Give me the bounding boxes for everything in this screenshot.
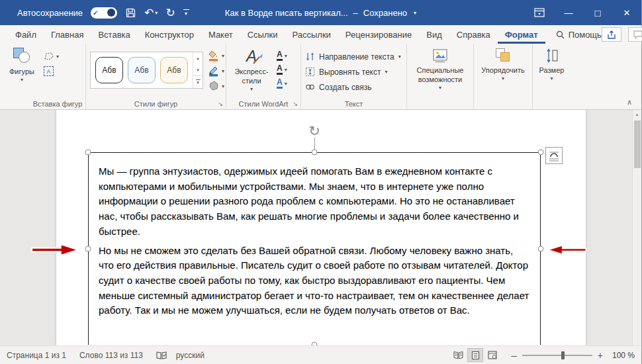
resize-handle-middle-left[interactable] xyxy=(85,246,91,252)
toggle-knob-icon xyxy=(107,9,115,17)
web-layout-icon xyxy=(488,351,497,359)
align-text-button[interactable]: Выровнять текст ▾ xyxy=(305,64,388,79)
comments-button[interactable] xyxy=(628,27,642,42)
quick-styles-label: Экспресс-стили xyxy=(230,68,273,86)
tab-references[interactable]: Ссылки xyxy=(240,26,285,44)
comment-icon xyxy=(633,30,642,39)
read-mode-button[interactable] xyxy=(450,348,466,362)
shape-effects-button[interactable]: ▾ xyxy=(208,81,224,91)
edit-shape-button[interactable]: ▾ xyxy=(44,52,59,61)
proofing-button[interactable] xyxy=(156,351,167,360)
resize-handle-middle-right[interactable] xyxy=(538,246,544,252)
shape-style-3[interactable]: Абв xyxy=(160,57,188,83)
zoom-slider[interactable] xyxy=(522,355,592,356)
text-fill-button[interactable]: А ▾ xyxy=(277,50,287,61)
quick-styles-icon: А xyxy=(242,48,261,65)
resize-handle-top-left[interactable] xyxy=(85,150,91,156)
scroll-up-icon[interactable]: ▲ xyxy=(633,110,641,119)
web-layout-button[interactable] xyxy=(484,348,500,362)
help-search-label: Помощь xyxy=(569,30,602,40)
tab-file[interactable]: Файл xyxy=(8,26,44,44)
paragraph: Мы — группа энтузиастов, одержимых идеей… xyxy=(99,164,531,240)
tab-view[interactable]: Вид xyxy=(419,26,449,44)
shape-outline-button[interactable]: ▾ xyxy=(208,66,224,77)
scrollbar-thumb[interactable] xyxy=(634,120,641,168)
chevron-down-icon: ▾ xyxy=(385,69,387,75)
share-button[interactable] xyxy=(602,27,621,42)
text-effects-button[interactable]: А ▾ xyxy=(277,78,287,89)
ribbon-display-options-button[interactable] xyxy=(525,0,554,25)
tab-review[interactable]: Рецензирование xyxy=(338,26,419,44)
text-outline-button[interactable]: А ▾ xyxy=(277,64,287,75)
link-icon xyxy=(305,83,315,91)
ribbon-tabbar: Файл Главная Вставка Конструктор Макет С… xyxy=(0,25,641,44)
print-layout-button[interactable] xyxy=(467,348,483,362)
zoom-out-button[interactable]: – xyxy=(511,349,516,361)
edit-shape-icon xyxy=(44,52,54,61)
vertical-scrollbar[interactable]: ▲ xyxy=(632,110,641,345)
resize-handle-bottom-center[interactable] xyxy=(312,342,318,346)
tab-home[interactable]: Главная xyxy=(44,26,91,44)
title-dash: – xyxy=(353,8,358,18)
tab-layout[interactable]: Макет xyxy=(201,26,240,44)
page-indicator[interactable]: Страница 1 из 1 xyxy=(7,351,66,360)
tab-format[interactable]: Формат xyxy=(498,26,545,44)
chevron-down-icon: ▾ xyxy=(222,68,224,74)
create-link-button[interactable]: Создать связь xyxy=(305,79,371,95)
tab-insert[interactable]: Вставка xyxy=(91,26,137,44)
tab-help[interactable]: Справка xyxy=(449,26,498,44)
zoom-level[interactable]: 100 % xyxy=(603,351,635,360)
shape-outline-icon xyxy=(208,66,220,77)
chevron-down-icon: ▼ xyxy=(196,81,200,85)
chevron-down-icon: ▾ xyxy=(222,83,224,89)
save-button[interactable] xyxy=(125,7,136,19)
word-count[interactable]: Слово 113 из 113 xyxy=(79,351,143,360)
shapes-button[interactable]: Фигуры ▾ xyxy=(9,48,34,83)
accessibility-button[interactable]: Специальные возможности ▾ xyxy=(411,48,469,91)
close-button[interactable]: ✕ xyxy=(612,0,641,25)
shape-style-2[interactable]: Абв xyxy=(128,57,156,83)
gallery-more-button[interactable]: ▼ xyxy=(193,75,203,88)
shape-style-1[interactable]: Абв xyxy=(95,57,123,83)
gallery-items: Абв Абв Абв xyxy=(91,52,193,88)
layout-options-button[interactable] xyxy=(545,147,563,164)
chevron-down-icon: ▾ xyxy=(222,53,224,59)
chevron-down-icon: ▾ xyxy=(285,81,287,87)
minimize-icon: — xyxy=(565,8,573,18)
zoom-slider-thumb[interactable] xyxy=(561,351,565,359)
quick-styles-button[interactable]: А Экспресс-стили ▾ xyxy=(230,48,273,93)
text-box[interactable]: Мы — группа энтузиастов, одержимых идеей… xyxy=(88,152,541,345)
collapse-ribbon-button[interactable]: ∧ xyxy=(627,98,632,107)
shape-fill-button[interactable]: ▾ xyxy=(208,50,224,62)
create-link-label: Создать связь xyxy=(319,83,371,92)
size-button[interactable]: Размер ▾ xyxy=(539,48,565,82)
proofing-book-icon xyxy=(156,351,167,360)
tab-design[interactable]: Конструктор xyxy=(138,26,201,44)
text-direction-button[interactable]: Направление текста ▾ xyxy=(305,49,401,64)
layout-options-icon xyxy=(548,150,560,161)
undo-button[interactable]: ↶ ▾ xyxy=(144,7,158,19)
gallery-up-button[interactable]: ▲ xyxy=(193,52,203,64)
redo-button[interactable]: ↻ xyxy=(165,7,175,19)
gallery-down-button[interactable]: ▼ xyxy=(193,64,203,76)
minimize-button[interactable]: — xyxy=(554,0,583,25)
draw-text-box-button[interactable]: А xyxy=(44,66,59,76)
autosave-toggle[interactable]: ✓ xyxy=(91,7,117,19)
group-label-insert-shapes: Вставка фигур xyxy=(15,100,101,108)
chevron-down-icon: ▾ xyxy=(21,77,23,83)
arrange-button[interactable]: Упорядочить ▾ xyxy=(481,48,524,82)
chevron-down-icon: ▾ xyxy=(56,54,59,60)
zoom-in-button[interactable]: + xyxy=(598,350,603,361)
customize-qat-button[interactable]: ▾ xyxy=(183,9,189,17)
rotate-handle-icon[interactable]: ↻ xyxy=(308,124,320,138)
resize-handle-top-right[interactable] xyxy=(538,150,544,156)
group-label-text: Текст xyxy=(301,100,406,108)
tell-me-search[interactable]: Помощь xyxy=(556,30,602,44)
align-text-icon xyxy=(305,67,315,77)
chevron-down-icon: ▾ xyxy=(285,53,287,59)
chevron-down-icon: ▾ xyxy=(550,75,553,82)
resize-handle-top-center[interactable] xyxy=(312,150,318,156)
maximize-button[interactable]: □ xyxy=(583,0,612,25)
language-indicator[interactable]: русский xyxy=(176,351,205,360)
tab-mailings[interactable]: Рассылки xyxy=(285,26,338,44)
